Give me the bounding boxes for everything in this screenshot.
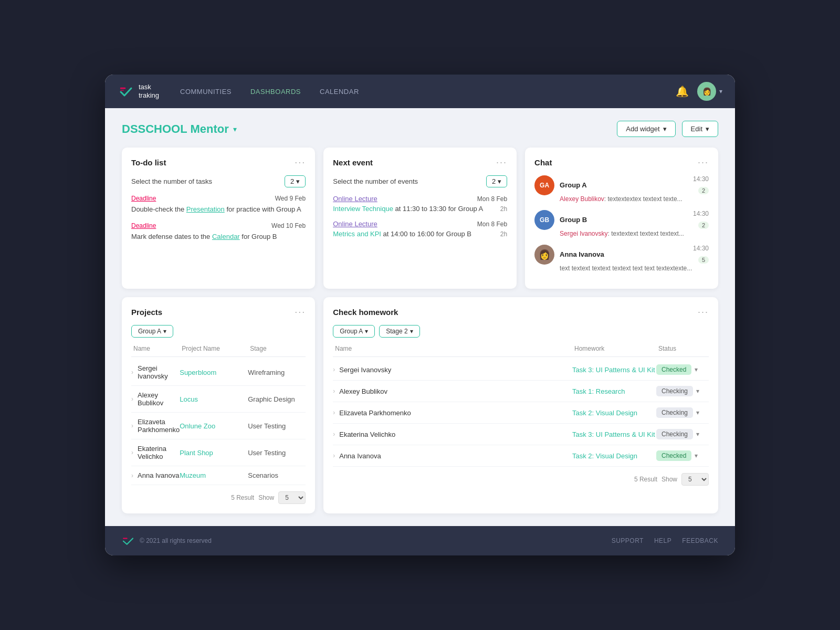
footer-support[interactable]: SUPPORT	[612, 537, 644, 544]
projects-filter-group[interactable]: Group A ▾	[131, 325, 173, 338]
user-avatar-area[interactable]: 👩 ▾	[697, 82, 722, 101]
homework-row[interactable]: › Sergei Ivanovsky Task 3: UI Patterns &…	[333, 359, 709, 381]
chat-item-anna[interactable]: 👩 Anna Ivanova 14:30 5 text textext text…	[534, 245, 709, 272]
hw-row-homework[interactable]: Task 3: UI Patterns & UI Kit	[572, 430, 656, 438]
homework-widget-header: Check homework ···	[333, 307, 709, 318]
th-name: Name	[131, 345, 180, 352]
event-title: Next event	[333, 158, 373, 167]
hw-row-chevron[interactable]: ›	[333, 452, 335, 459]
status-dropdown[interactable]: ▾	[695, 452, 698, 459]
row-project[interactable]: Superbloom	[180, 369, 248, 376]
status-dropdown[interactable]: ▾	[696, 387, 699, 395]
row-chevron[interactable]: ›	[131, 449, 133, 456]
row-project[interactable]: Plant Shop	[180, 449, 248, 457]
row-project[interactable]: Muzeum	[180, 471, 248, 479]
event-item-1: Online Lecture Mon 8 Feb Interview Techn…	[333, 195, 507, 213]
hw-row-name: › Ekaterina Velichko	[333, 430, 572, 438]
projects-footer: 5 Result Show 51020	[131, 491, 306, 504]
event-menu[interactable]: ···	[496, 157, 507, 168]
add-widget-button[interactable]: Add widget ▾	[617, 121, 675, 137]
chat-name-anna: Anna Ivanova	[560, 250, 604, 258]
project-row[interactable]: › Sergei Ivanovsky Superbloom Wireframin…	[131, 359, 306, 386]
homework-row[interactable]: › Alexey Bublikov Task 1: Research Check…	[333, 381, 709, 402]
hw-row-chevron[interactable]: ›	[333, 409, 335, 416]
chat-badge-gb: 2	[698, 222, 709, 229]
edit-button[interactable]: Edit ▾	[682, 121, 718, 137]
page-title-dropdown[interactable]: ▾	[233, 125, 237, 133]
chat-menu[interactable]: ···	[698, 157, 709, 168]
row-name: › Anna Ivanova	[131, 471, 180, 479]
event-topic-link-2[interactable]: Metrics and KPI	[333, 230, 381, 238]
chat-item-groupb[interactable]: GB Group B 14:30 2 Sergei Ivanovsky: tex…	[534, 210, 709, 237]
projects-show-select[interactable]: 51020	[278, 491, 306, 504]
event-topic-link-1[interactable]: Interview Technique	[333, 205, 393, 213]
hw-th-name: Name	[333, 345, 572, 352]
homework-row[interactable]: › Anna Ivanova Task 2: Visual Design Che…	[333, 445, 709, 467]
todo-menu[interactable]: ···	[295, 157, 306, 168]
row-project[interactable]: Locus	[180, 395, 248, 403]
homework-row[interactable]: › Elizaveta Parkhomenko Task 2: Visual D…	[333, 402, 709, 424]
hw-th-status: Status	[656, 345, 709, 352]
homework-row[interactable]: › Ekaterina Velichko Task 3: UI Patterns…	[333, 424, 709, 445]
status-badge[interactable]: Checking	[656, 429, 693, 439]
homework-filter-row: Group A ▾ Stage 2 ▾	[333, 325, 709, 338]
event-link-2[interactable]: Online Lecture	[333, 220, 377, 228]
chat-avatar-ga: GA	[534, 175, 554, 195]
hw-row-homework[interactable]: Task 1: Research	[572, 387, 656, 395]
status-dropdown[interactable]: ▾	[696, 409, 699, 416]
deadline-label-2[interactable]: Deadline	[131, 222, 156, 229]
hw-row-homework[interactable]: Task 2: Visual Design	[572, 409, 656, 417]
deadline-label-1[interactable]: Deadline	[131, 195, 156, 202]
nav-communities[interactable]: COMMUNITIES	[180, 88, 232, 96]
row-chevron[interactable]: ›	[131, 472, 133, 479]
project-row[interactable]: › Elizaveta Parkhomenko Onlune Zoo User …	[131, 413, 306, 439]
status-dropdown[interactable]: ▾	[695, 366, 698, 373]
homework-menu[interactable]: ···	[698, 307, 709, 318]
event-desc-1: Interview Technique at 11:30 to 13:30 fo…	[333, 205, 483, 213]
row-project[interactable]: Onlune Zoo	[180, 422, 248, 430]
project-row[interactable]: › Alexey Bublikov Locus Graphic Design	[131, 386, 306, 413]
todo-count-row: Select the number of tasks 2 ▾	[131, 175, 306, 187]
todo-count-selector[interactable]: 2 ▾	[285, 175, 306, 187]
chat-avatar-gb: GB	[534, 210, 554, 230]
bell-icon[interactable]: 🔔	[676, 85, 689, 98]
status-badge[interactable]: Checking	[656, 386, 693, 396]
calendar-link[interactable]: Calendar	[212, 233, 240, 240]
logo-area[interactable]: task traking	[118, 83, 159, 100]
presentation-link[interactable]: Presentation	[186, 205, 225, 213]
homework-rows: › Sergei Ivanovsky Task 3: UI Patterns &…	[333, 359, 709, 467]
project-row[interactable]: › Anna Ivanova Muzeum Scenarios	[131, 466, 306, 485]
nav-calendar[interactable]: CALENDAR	[320, 88, 359, 96]
nav-dashboards[interactable]: DASHBOARDS	[250, 88, 301, 96]
status-dropdown[interactable]: ▾	[696, 430, 699, 438]
row-chevron[interactable]: ›	[131, 369, 133, 376]
footer-feedback[interactable]: FEEDBACK	[682, 537, 718, 544]
row-chevron[interactable]: ›	[131, 395, 133, 403]
hw-row-chevron[interactable]: ›	[333, 366, 335, 373]
homework-filter-group[interactable]: Group A ▾	[333, 325, 375, 338]
hw-row-homework[interactable]: Task 3: UI Patterns & UI Kit	[572, 366, 656, 374]
status-badge[interactable]: Checked	[656, 364, 691, 375]
event-duration-2: 2h	[500, 230, 507, 238]
logo-text: task traking	[139, 83, 159, 99]
todo-item-1: Deadline Wed 9 Feb Double-check the Pres…	[131, 195, 306, 215]
hw-row-chevron[interactable]: ›	[333, 430, 335, 438]
hw-row-chevron[interactable]: ›	[333, 387, 335, 395]
projects-menu[interactable]: ···	[295, 307, 306, 318]
hw-status-row: Checking ▾	[656, 407, 709, 418]
row-stage: User Testing	[248, 449, 306, 457]
status-badge[interactable]: Checking	[656, 407, 693, 418]
homework-show-select[interactable]: 51020	[681, 473, 709, 486]
chat-name-gb: Group B	[560, 216, 587, 224]
hw-row-homework[interactable]: Task 2: Visual Design	[572, 452, 656, 460]
footer-left: © 2021 all rights reserved	[122, 534, 212, 547]
chat-item-groupa[interactable]: GA Group A 14:30 2 Alexey Bublikov: text…	[534, 175, 709, 203]
event-link-1[interactable]: Online Lecture	[333, 195, 377, 203]
status-badge[interactable]: Checked	[656, 450, 691, 461]
event-count-selector[interactable]: 2 ▾	[486, 175, 507, 187]
row-chevron[interactable]: ›	[131, 422, 133, 429]
homework-filter-stage[interactable]: Stage 2 ▾	[379, 325, 419, 338]
project-row[interactable]: › Ekaterina Velichko Plant Shop User Tes…	[131, 439, 306, 466]
footer-help[interactable]: HELP	[654, 537, 671, 544]
projects-rows: › Sergei Ivanovsky Superbloom Wireframin…	[131, 359, 306, 485]
